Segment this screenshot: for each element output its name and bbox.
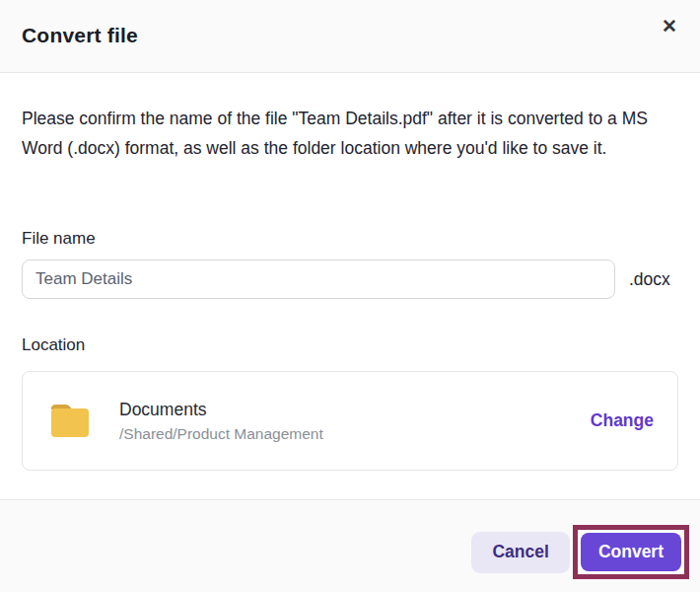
location-card: Documents /Shared/Product Management Cha… [22, 371, 678, 471]
dialog-footer: Cancel Convert [0, 499, 700, 592]
location-label: Location [22, 335, 85, 355]
confirmation-message: Please confirm the name of the file "Tea… [22, 104, 661, 163]
change-location-link[interactable]: Change [591, 410, 654, 431]
dialog-title: Convert file [22, 24, 138, 47]
folder-path: /Shared/Product Management [119, 425, 323, 443]
folder-icon [48, 403, 92, 440]
dialog-header: Convert file ✕ [0, 0, 700, 73]
file-name-input[interactable] [22, 259, 615, 299]
annotation-highlight-box: Convert [573, 525, 689, 579]
close-icon[interactable]: ✕ [655, 12, 684, 41]
folder-name: Documents [119, 400, 323, 420]
convert-button[interactable]: Convert [581, 533, 681, 571]
file-extension-suffix: .docx [629, 269, 670, 290]
cancel-button[interactable]: Cancel [471, 532, 569, 573]
file-name-label: File name [22, 229, 96, 249]
folder-info: Documents /Shared/Product Management [119, 400, 323, 443]
convert-file-dialog: Convert file ✕ Please confirm the name o… [0, 0, 700, 592]
file-name-row: .docx [22, 259, 670, 299]
